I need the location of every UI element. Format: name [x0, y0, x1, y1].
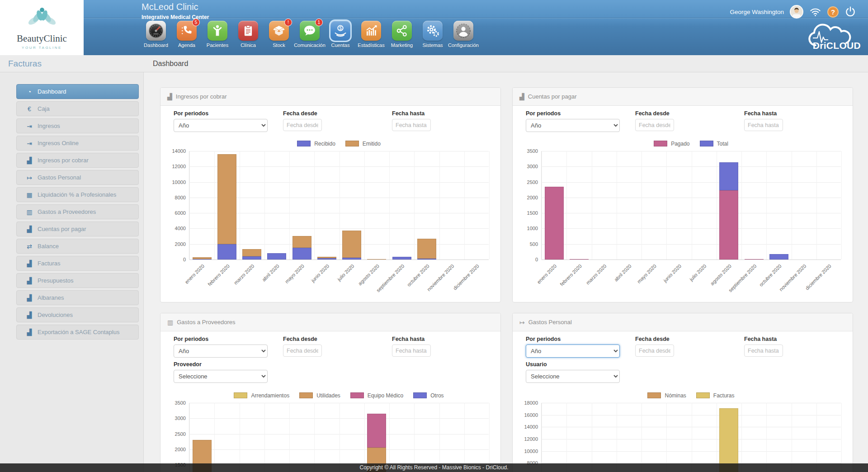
legend-item-otros[interactable]: Otros — [413, 392, 443, 399]
legend-item-total[interactable]: Total — [700, 141, 728, 147]
legend-item-equipo-medico[interactable]: Equipo Médico — [350, 392, 403, 399]
nav-item-comunicacion[interactable]: 1Comunicación — [294, 21, 325, 48]
por-periodos-select[interactable]: Año — [526, 345, 620, 358]
chat-bubble-icon: 1 — [300, 21, 320, 41]
sidebar-item-cuentas-por-pagar[interactable]: ▟Cuentas por pagar — [16, 222, 139, 236]
sidebar-item-facturas[interactable]: ▟Facturas — [16, 256, 139, 271]
sidebar-item-balance[interactable]: ⇄Balance — [16, 239, 139, 254]
avatar[interactable] — [790, 5, 803, 19]
y-axis-tick: 14000 — [516, 424, 538, 430]
bar-segment-recibido — [342, 258, 361, 260]
field-fecha-hasta: Fecha hasta — [744, 336, 783, 357]
por-periodos-select[interactable]: Año — [174, 345, 268, 358]
sidebar-item-label: Caja — [38, 105, 50, 112]
nav-item-cuentas[interactable]: $Cuentas — [325, 21, 356, 48]
sidebar-item-caja[interactable]: €Caja — [16, 101, 139, 116]
fecha-hasta-input[interactable] — [744, 345, 783, 357]
nav-item-label: Comunicación — [294, 42, 326, 48]
sidebar-item-gastos-personal[interactable]: ↦Gastos Personal — [16, 170, 139, 185]
nav-item-configuracion[interactable]: Configuración — [448, 21, 479, 48]
sign-out-icon: ↦ — [24, 174, 35, 181]
por-periodos-select[interactable]: Año — [526, 119, 620, 132]
legend-item-emitido[interactable]: Emitido — [345, 141, 381, 147]
chart-legend: NóminasFacturas — [541, 392, 841, 399]
help-icon[interactable]: ? — [827, 6, 839, 18]
x-axis-label: noviembre 2020 — [426, 263, 455, 292]
bar-segment-recibido — [317, 258, 336, 260]
footer: Copyright © All Rights Reserved - Massiv… — [0, 463, 868, 472]
legend-swatch — [654, 141, 667, 146]
legend-swatch — [350, 392, 364, 398]
sidebar-item-label: Presupuestos — [38, 277, 74, 284]
power-icon[interactable] — [844, 6, 856, 18]
x-axis-label: septiembre 2020 — [375, 263, 405, 293]
sidebar-item-albaranes[interactable]: ▟Albaranes — [16, 290, 139, 305]
panel-body: Por periodosAñoFecha desdeFecha hastaRec… — [160, 106, 500, 302]
wifi-icon[interactable] — [809, 6, 821, 18]
sidebar-item-ingresos-por-cobrar[interactable]: ▟Ingresos por cobrar — [16, 153, 139, 168]
fecha-hasta-input[interactable] — [392, 119, 431, 131]
legend-item-facturas[interactable]: Facturas — [696, 392, 735, 399]
legend-swatch — [700, 141, 713, 146]
chart-plot: 3500300025002000150010005000enero 2020fe… — [541, 151, 841, 260]
barcode-icon: ▥ — [24, 208, 35, 216]
sidebar-item-dashboard[interactable]: ◔Dashboard — [16, 84, 139, 99]
y-axis-tick: 2000 — [164, 447, 186, 452]
proveedor-select[interactable]: Seleccione — [174, 370, 268, 383]
sidebar-item-label: Dashboard — [38, 88, 66, 95]
fecha-desde-input[interactable] — [283, 345, 322, 357]
field-fecha-desde: Fecha desde — [635, 336, 674, 357]
sidebar-item-exportacion-a-sage-contaplus[interactable]: ▟Exportación a SAGE Contaplus — [16, 325, 139, 340]
sidebar-item-liquidacion-a-profesionales[interactable]: ▦Liquidación % a Profesionales — [16, 187, 139, 202]
x-axis-label: agosto 2020 — [357, 263, 380, 286]
legend-item-utilidades[interactable]: Utilidades — [299, 392, 340, 399]
nav-item-estadisticas[interactable]: Estadísticas — [356, 21, 387, 48]
por-periodos-select[interactable]: Año — [174, 119, 268, 132]
legend-swatch — [345, 141, 359, 146]
top-nav: Dashboard5AgendaPacientesClínica!Stock1C… — [141, 21, 479, 48]
fecha-desde-input[interactable] — [283, 119, 322, 131]
sidebar-item-gastos-a-proveedores[interactable]: ▥Gastos a Proveedores — [16, 204, 139, 219]
podium-icon: ▟ — [24, 226, 35, 233]
podium-icon: ▟ — [24, 157, 35, 164]
fecha-desde-input[interactable] — [635, 119, 674, 131]
bar-segment-pagado — [570, 259, 589, 260]
field-label: Usuario — [526, 361, 620, 368]
nav-item-dashboard[interactable]: Dashboard — [141, 21, 171, 48]
field-proveedor: ProveedorSeleccione — [174, 361, 268, 383]
nav-item-sistemas[interactable]: Sistemas — [417, 21, 448, 48]
user-name[interactable]: George Washington — [730, 9, 784, 15]
legend-item-arrendamientos[interactable]: Arrendamientos — [234, 392, 289, 399]
sidebar-item-presupuestos[interactable]: ▟Presupuestos — [16, 273, 139, 288]
legend-label: Emitido — [363, 141, 381, 147]
gauge-icon — [146, 21, 166, 41]
podium-icon: ▟ — [167, 93, 172, 100]
fecha-hasta-input[interactable] — [392, 345, 431, 357]
legend-item-nominas[interactable]: Nóminas — [647, 392, 686, 399]
chart-plot: 14000120001000080006000400020000enero 20… — [189, 151, 489, 260]
y-axis-tick: 1500 — [516, 210, 538, 216]
fecha-desde-input[interactable] — [635, 345, 674, 357]
sidebar-item-label: Devoluciones — [38, 312, 73, 318]
exchange-icon: ⇄ — [24, 243, 35, 250]
nav-item-stock[interactable]: !Stock — [264, 21, 294, 48]
fecha-hasta-input[interactable] — [744, 119, 783, 131]
sidebar-item-ingresos[interactable]: ⇥Ingresos — [16, 118, 139, 133]
nav-item-clinica[interactable]: Clínica — [233, 21, 264, 48]
y-axis-tick: 2500 — [516, 179, 538, 185]
sidebar-item-ingresos-online[interactable]: ⇥Ingresos Online — [16, 136, 139, 151]
y-axis-tick: 2500 — [164, 431, 186, 437]
nav-item-agenda[interactable]: 5Agenda — [171, 21, 202, 48]
sidebar-item-label: Exportación a SAGE Contaplus — [38, 329, 119, 335]
legend-item-recibido[interactable]: Recibido — [297, 141, 335, 147]
y-axis-tick: 0 — [516, 257, 538, 262]
y-axis-tick: 1000 — [516, 226, 538, 231]
sidebar-item-devoluciones[interactable]: ▟Devoluciones — [16, 307, 139, 322]
nav-item-pacientes[interactable]: Pacientes — [202, 21, 233, 48]
y-axis-tick: 2000 — [164, 241, 186, 247]
nav-item-marketing[interactable]: Marketing — [387, 21, 417, 48]
legend-item-pagado[interactable]: Pagado — [654, 141, 689, 147]
x-axis-label: agosto 2020 — [709, 263, 732, 286]
x-axis-label: enero 2020 — [536, 263, 557, 285]
usuario-select[interactable]: Seleccione — [526, 370, 620, 383]
